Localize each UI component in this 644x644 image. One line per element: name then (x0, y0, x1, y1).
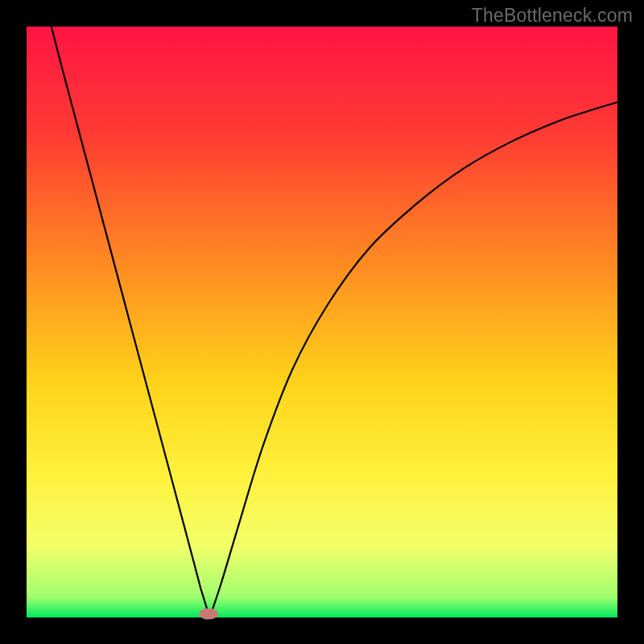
optimum-marker (199, 609, 218, 620)
bottleneck-chart (0, 0, 644, 644)
watermark-text: TheBottleneck.com (472, 5, 633, 27)
chart-frame (0, 0, 644, 644)
plot-area (27, 27, 617, 617)
